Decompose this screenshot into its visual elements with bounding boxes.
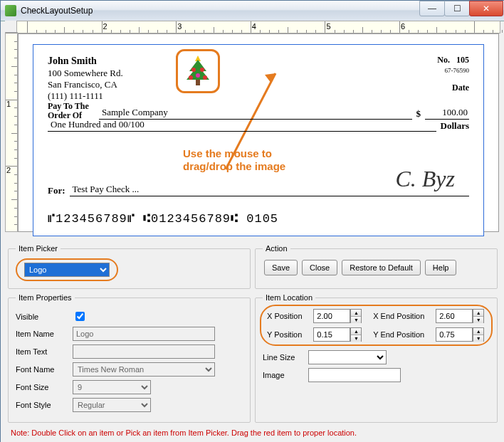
item-properties-group: Item Properties Visible Item Name Item T… [8,293,251,423]
action-group: Action Save Close Restore to Default Hel… [255,244,498,289]
svg-point-7 [196,73,200,78]
item-name-label: Item Name [16,330,73,338]
date-label[interactable]: Date [437,83,469,93]
xend-label: X End Position [373,312,426,320]
svg-point-8 [203,75,207,80]
linesize-label: Line Size [263,353,308,362]
christmas-tree-icon [182,54,214,88]
xpos-field[interactable] [313,309,350,323]
maximize-button[interactable]: ☐ [444,1,470,16]
design-canvas[interactable]: John Smith 100 Somewhere Rd. San Francis… [18,33,499,232]
xend-spinner[interactable]: ▲▼ [473,309,484,323]
svg-point-5 [200,68,204,72]
linesize-select[interactable] [308,350,387,364]
picker-highlight-ring: Logo [16,258,118,281]
dollar-sign: $ [412,108,426,120]
yend-field[interactable] [436,327,473,342]
annotation-text: Use the mouse to drag/drop the image [183,147,285,173]
location-highlight-ring: X Position ▲▼ X End Position ▲▼ Y Positi… [260,305,493,346]
help-button[interactable]: Help [425,260,457,275]
ypos-spinner[interactable]: ▲▼ [350,327,362,342]
font-name-select[interactable]: Times New Roman [73,362,215,377]
amount[interactable]: 100.00 [425,107,469,120]
horizontal-ruler: 23456 [16,21,500,33]
titlebar[interactable]: CheckLayoutSetup — ☐ ✕ [1,1,504,21]
visible-label: Visible [16,312,73,321]
payer-name: John Smith [48,55,469,68]
xend-field[interactable] [436,309,473,323]
image-label: Image [263,371,308,379]
item-text-label: Item Text [16,347,73,356]
memo-row[interactable]: For: Test Pay Check ... [48,184,469,196]
visible-checkbox[interactable] [75,312,85,321]
svg-rect-3 [196,80,200,85]
pay-to-row[interactable]: Pay To TheOrder Of Sample Company $ 100.… [48,102,469,120]
item-text-field[interactable] [73,344,215,359]
amount-words-row[interactable]: One Hundred and 00/100 Dollars [48,119,469,132]
image-field[interactable] [308,368,401,382]
item-location-group: Item Location X Position ▲▼ X End Positi… [255,293,498,423]
yend-label: Y End Position [373,330,426,339]
restore-default-button[interactable]: Restore to Default [342,260,421,275]
micr-line: ⑈123456789⑈ ⑆0123456789⑆ 0105 [48,212,278,226]
vertical-ruler: 12 [5,32,18,232]
item-picker-select[interactable]: Logo [24,263,110,277]
font-style-label: Font Style [16,401,73,409]
check-routing-small: 67-76590 [437,67,469,74]
font-size-label: Font Size [16,383,73,391]
app-icon [5,5,16,16]
item-name-field[interactable] [73,327,215,341]
check-no-label: No. [437,55,450,65]
payee[interactable]: Sample Company [99,107,412,120]
minimize-button[interactable]: — [419,1,445,16]
logo-image[interactable] [176,49,220,93]
save-button[interactable]: Save [264,260,298,275]
close-dialog-button[interactable]: Close [302,260,337,275]
dollars-label: Dollars [436,120,469,132]
memo-value[interactable]: Test Pay Check ... [70,184,469,196]
xpos-spinner[interactable]: ▲▼ [350,309,362,323]
action-legend: Action [263,244,290,253]
item-properties-legend: Item Properties [16,293,75,302]
close-button[interactable]: ✕ [469,1,503,16]
item-picker-group: Item Picker Logo [8,244,251,289]
ypos-label: Y Position [267,330,303,339]
svg-point-6 [189,75,193,80]
font-name-label: Font Name [16,365,73,374]
item-picker-legend: Item Picker [16,244,61,253]
font-style-select[interactable]: Regular [73,398,151,412]
check-topright: No. 105 67-76590 Date [437,55,469,93]
font-size-select[interactable]: 9 [73,380,151,394]
amount-words[interactable]: One Hundred and 00/100 [48,119,436,132]
for-label: For: [48,185,70,196]
check-preview[interactable]: John Smith 100 Somewhere Rd. San Francis… [33,44,484,236]
item-location-legend: Item Location [263,293,315,302]
svg-point-4 [191,68,196,72]
app-window: CheckLayoutSetup — ☐ ✕ 23456 12 John Smi… [0,0,504,442]
xpos-label: X Position [267,312,303,320]
yend-spinner[interactable]: ▲▼ [473,327,484,342]
ypos-field[interactable] [313,327,350,342]
check-number[interactable]: 105 [456,55,469,65]
footer-note: Note: Double Click on an item or Pick an… [11,428,357,437]
window-title: CheckLayoutSetup [21,6,420,16]
